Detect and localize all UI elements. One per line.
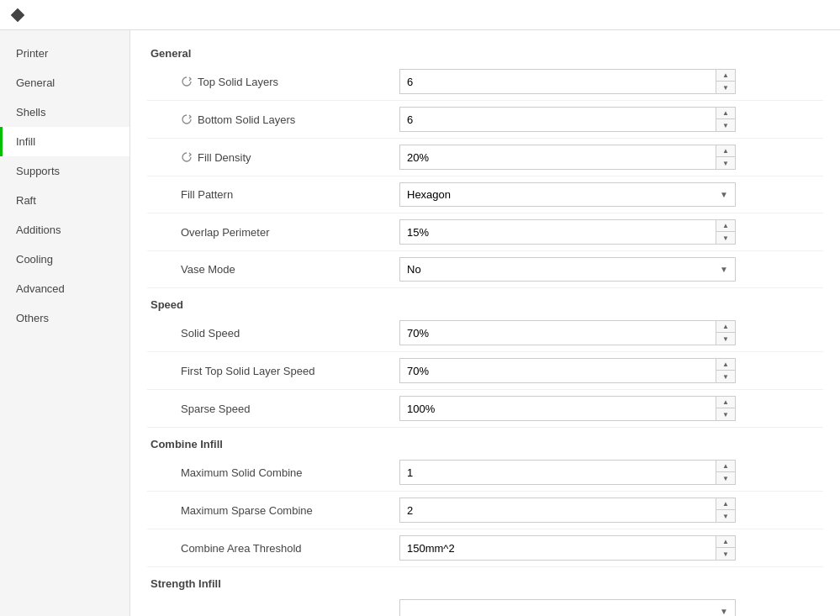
spinner-down-top-solid-layers[interactable]: ▼: [716, 82, 735, 93]
spinner-down-combine-area-threshold[interactable]: ▼: [716, 548, 735, 560]
settings-row-combine-area-threshold: Combine Area Threshold▲▼: [147, 529, 823, 567]
row-control-fill-pattern: HexagonRectilinearGridTriangularGyroid▼: [399, 182, 823, 207]
spinner-down-sparse-speed[interactable]: ▼: [716, 408, 735, 420]
spinner-down-solid-speed[interactable]: ▼: [716, 333, 735, 345]
spinner-down-maximum-solid-combine[interactable]: ▼: [716, 472, 735, 484]
title-bar: [0, 0, 840, 30]
sidebar-item-printer[interactable]: Printer: [0, 39, 129, 68]
spinner-up-combine-area-threshold[interactable]: ▲: [716, 536, 735, 548]
spinner-overlap-perimeter: ▲▼: [399, 219, 736, 245]
dropdown-arrow-strength-setting: ▼: [713, 607, 735, 616]
row-label-text-combine-area-threshold: Combine Area Threshold: [181, 542, 302, 555]
settings-row-overlap-perimeter: Overlap Perimeter▲▼: [147, 213, 823, 251]
spinner-up-maximum-solid-combine[interactable]: ▲: [716, 461, 735, 472]
row-label-text-maximum-solid-combine: Maximum Solid Combine: [181, 466, 303, 479]
section-header-strength-infill: Strength Infill: [147, 577, 823, 590]
spinner-down-bottom-solid-layers[interactable]: ▼: [716, 119, 735, 131]
row-label-text-top-solid-layers: Top Solid Layers: [198, 76, 278, 88]
settings-row-solid-speed: Solid Speed▲▼: [147, 314, 823, 352]
section-header-speed: Speed: [147, 298, 823, 311]
input-first-top-solid-layer-speed[interactable]: [400, 361, 716, 382]
sidebar-item-supports[interactable]: Supports: [0, 156, 129, 186]
spinner-solid-speed: ▲▼: [399, 320, 736, 345]
input-maximum-sparse-combine[interactable]: [400, 500, 716, 521]
settings-row-fill-density: Fill Density▲▼: [147, 139, 823, 176]
spinner-down-maximum-sparse-combine[interactable]: ▼: [716, 510, 735, 522]
spinner-fill-density: ▲▼: [399, 145, 736, 170]
row-control-strength-setting: ▼: [399, 599, 823, 616]
select-vase-mode[interactable]: NoYes: [400, 258, 713, 281]
spinner-buttons-overlap-perimeter: ▲▼: [716, 220, 735, 244]
dropdown-vase-mode: NoYes▼: [399, 257, 736, 282]
row-control-overlap-perimeter: ▲▼: [399, 219, 823, 245]
spinner-top-solid-layers: ▲▼: [399, 69, 736, 94]
spinner-up-sparse-speed[interactable]: ▲: [716, 397, 735, 408]
spinner-sparse-speed: ▲▼: [399, 396, 736, 421]
row-label-text-first-top-solid-layer-speed: First Top Solid Layer Speed: [181, 365, 314, 377]
settings-row-first-top-solid-layer-speed: First Top Solid Layer Speed▲▼: [147, 352, 823, 390]
input-maximum-solid-combine[interactable]: [400, 462, 716, 483]
row-control-maximum-solid-combine: ▲▼: [399, 460, 823, 485]
spinner-down-first-top-solid-layer-speed[interactable]: ▼: [716, 371, 735, 382]
spinner-up-top-solid-layers[interactable]: ▲: [716, 70, 735, 82]
spinner-down-fill-density[interactable]: ▼: [716, 157, 735, 169]
input-solid-speed[interactable]: [400, 323, 716, 344]
sidebar-item-others[interactable]: Others: [0, 303, 129, 333]
sidebar-item-general[interactable]: General: [0, 68, 129, 97]
spinner-buttons-first-top-solid-layer-speed: ▲▼: [716, 359, 735, 382]
settings-row-maximum-solid-combine: Maximum Solid Combine▲▼: [147, 454, 823, 492]
sidebar-item-cooling[interactable]: Cooling: [0, 245, 129, 274]
app-icon: [10, 8, 25, 23]
spinner-buttons-maximum-solid-combine: ▲▼: [716, 461, 735, 484]
row-label-text-fill-density: Fill Density: [198, 151, 251, 164]
spinner-up-solid-speed[interactable]: ▲: [716, 321, 735, 333]
row-label-text-bottom-solid-layers: Bottom Solid Layers: [198, 113, 295, 126]
row-label-vase-mode: Vase Mode: [181, 263, 399, 276]
spinner-up-overlap-perimeter[interactable]: ▲: [716, 220, 735, 232]
settings-row-strength-setting: ▼: [147, 593, 823, 616]
sidebar-item-raft[interactable]: Raft: [0, 186, 129, 215]
row-label-text-sparse-speed: Sparse Speed: [181, 403, 250, 415]
spinner-up-fill-density[interactable]: ▲: [716, 145, 735, 157]
row-label-text-solid-speed: Solid Speed: [181, 327, 240, 340]
sidebar-item-additions[interactable]: Additions: [0, 215, 129, 245]
settings-row-sparse-speed: Sparse Speed▲▼: [147, 390, 823, 428]
dropdown-arrow-vase-mode: ▼: [713, 265, 735, 274]
row-label-bottom-solid-layers: Bottom Solid Layers: [181, 113, 399, 126]
select-fill-pattern[interactable]: HexagonRectilinearGridTriangularGyroid: [400, 183, 713, 206]
input-sparse-speed[interactable]: [400, 398, 716, 419]
spinner-combine-area-threshold: ▲▼: [399, 535, 736, 561]
content-area: GeneralTop Solid Layers▲▼Bottom Solid La…: [130, 30, 840, 616]
spinner-up-maximum-sparse-combine[interactable]: ▲: [716, 498, 735, 510]
spinner-buttons-solid-speed: ▲▼: [716, 321, 735, 345]
row-control-bottom-solid-layers: ▲▼: [399, 107, 823, 132]
spinner-up-bottom-solid-layers[interactable]: ▲: [716, 108, 735, 119]
reset-icon-bottom-solid-layers[interactable]: [181, 113, 193, 125]
input-combine-area-threshold[interactable]: [400, 538, 716, 559]
sidebar-item-advanced[interactable]: Advanced: [0, 274, 129, 303]
sidebar: PrinterGeneralShellsInfillSupportsRaftAd…: [0, 30, 130, 616]
spinner-buttons-fill-density: ▲▼: [716, 145, 735, 169]
settings-row-vase-mode: Vase ModeNoYes▼: [147, 251, 823, 288]
row-label-text-fill-pattern: Fill Pattern: [181, 188, 233, 201]
settings-row-bottom-solid-layers: Bottom Solid Layers▲▼: [147, 101, 823, 139]
row-control-combine-area-threshold: ▲▼: [399, 535, 823, 561]
row-label-text-overlap-perimeter: Overlap Perimeter: [181, 226, 269, 239]
spinner-down-overlap-perimeter[interactable]: ▼: [716, 232, 735, 244]
sidebar-item-shells[interactable]: Shells: [0, 97, 129, 127]
row-label-maximum-sparse-combine: Maximum Sparse Combine: [181, 504, 399, 517]
row-control-first-top-solid-layer-speed: ▲▼: [399, 358, 823, 383]
input-overlap-perimeter[interactable]: [400, 222, 716, 243]
row-control-fill-density: ▲▼: [399, 145, 823, 170]
reset-icon-fill-density[interactable]: [181, 151, 193, 163]
input-top-solid-layers[interactable]: [400, 71, 716, 92]
spinner-maximum-solid-combine: ▲▼: [399, 460, 736, 485]
input-fill-density[interactable]: [400, 147, 716, 168]
select-strength-setting[interactable]: [400, 600, 713, 616]
spinner-buttons-top-solid-layers: ▲▼: [716, 70, 735, 93]
sidebar-item-infill[interactable]: Infill: [0, 127, 129, 156]
spinner-buttons-bottom-solid-layers: ▲▼: [716, 108, 735, 131]
reset-icon-top-solid-layers[interactable]: [181, 76, 193, 87]
input-bottom-solid-layers[interactable]: [400, 109, 716, 130]
spinner-up-first-top-solid-layer-speed[interactable]: ▲: [716, 359, 735, 371]
